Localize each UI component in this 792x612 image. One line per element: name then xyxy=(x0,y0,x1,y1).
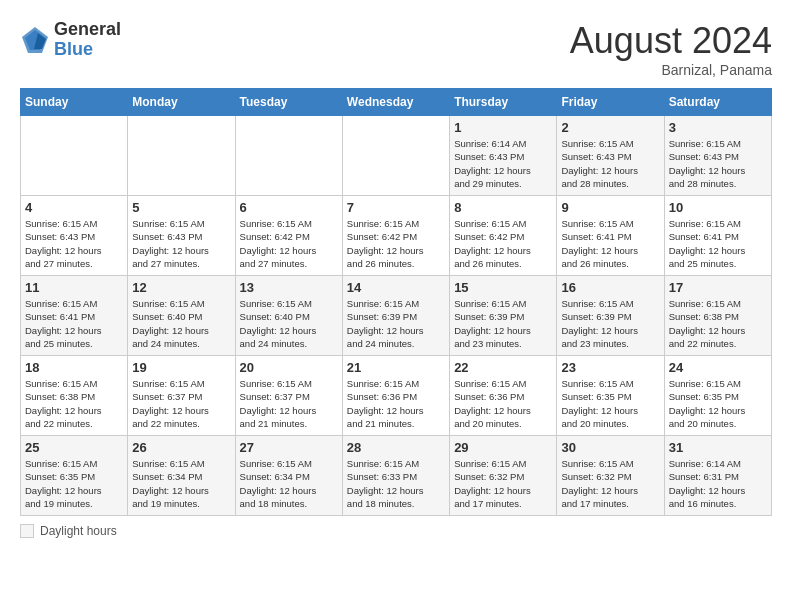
calendar-cell: 23Sunrise: 6:15 AM Sunset: 6:35 PM Dayli… xyxy=(557,356,664,436)
day-number: 29 xyxy=(454,440,552,455)
month-title: August 2024 xyxy=(570,20,772,62)
location: Barnizal, Panama xyxy=(570,62,772,78)
day-number: 31 xyxy=(669,440,767,455)
weekday-header: Wednesday xyxy=(342,89,449,116)
day-number: 23 xyxy=(561,360,659,375)
day-info: Sunrise: 6:15 AM Sunset: 6:43 PM Dayligh… xyxy=(669,137,767,190)
day-info: Sunrise: 6:15 AM Sunset: 6:40 PM Dayligh… xyxy=(132,297,230,350)
day-number: 3 xyxy=(669,120,767,135)
day-number: 11 xyxy=(25,280,123,295)
day-number: 18 xyxy=(25,360,123,375)
day-number: 2 xyxy=(561,120,659,135)
calendar-cell: 9Sunrise: 6:15 AM Sunset: 6:41 PM Daylig… xyxy=(557,196,664,276)
calendar-cell: 4Sunrise: 6:15 AM Sunset: 6:43 PM Daylig… xyxy=(21,196,128,276)
weekday-header: Thursday xyxy=(450,89,557,116)
day-number: 8 xyxy=(454,200,552,215)
daylight-label: Daylight hours xyxy=(40,524,117,538)
calendar-cell: 20Sunrise: 6:15 AM Sunset: 6:37 PM Dayli… xyxy=(235,356,342,436)
day-info: Sunrise: 6:15 AM Sunset: 6:39 PM Dayligh… xyxy=(561,297,659,350)
day-number: 30 xyxy=(561,440,659,455)
day-info: Sunrise: 6:15 AM Sunset: 6:32 PM Dayligh… xyxy=(561,457,659,510)
daylight-box xyxy=(20,524,34,538)
day-info: Sunrise: 6:15 AM Sunset: 6:43 PM Dayligh… xyxy=(25,217,123,270)
day-info: Sunrise: 6:15 AM Sunset: 6:42 PM Dayligh… xyxy=(240,217,338,270)
title-area: August 2024 Barnizal, Panama xyxy=(570,20,772,78)
calendar-cell: 31Sunrise: 6:14 AM Sunset: 6:31 PM Dayli… xyxy=(664,436,771,516)
calendar-week-row: 11Sunrise: 6:15 AM Sunset: 6:41 PM Dayli… xyxy=(21,276,772,356)
day-number: 27 xyxy=(240,440,338,455)
logo-general: General xyxy=(54,20,121,40)
day-number: 9 xyxy=(561,200,659,215)
day-info: Sunrise: 6:15 AM Sunset: 6:41 PM Dayligh… xyxy=(561,217,659,270)
day-info: Sunrise: 6:15 AM Sunset: 6:35 PM Dayligh… xyxy=(561,377,659,430)
weekday-header: Monday xyxy=(128,89,235,116)
calendar-cell xyxy=(128,116,235,196)
day-info: Sunrise: 6:15 AM Sunset: 6:35 PM Dayligh… xyxy=(669,377,767,430)
calendar-cell xyxy=(342,116,449,196)
weekday-header: Saturday xyxy=(664,89,771,116)
weekday-header-row: SundayMondayTuesdayWednesdayThursdayFrid… xyxy=(21,89,772,116)
day-info: Sunrise: 6:15 AM Sunset: 6:39 PM Dayligh… xyxy=(454,297,552,350)
day-number: 20 xyxy=(240,360,338,375)
day-number: 22 xyxy=(454,360,552,375)
weekday-header: Friday xyxy=(557,89,664,116)
calendar-cell: 15Sunrise: 6:15 AM Sunset: 6:39 PM Dayli… xyxy=(450,276,557,356)
calendar-cell: 16Sunrise: 6:15 AM Sunset: 6:39 PM Dayli… xyxy=(557,276,664,356)
calendar-cell: 11Sunrise: 6:15 AM Sunset: 6:41 PM Dayli… xyxy=(21,276,128,356)
logo-text: General Blue xyxy=(54,20,121,60)
day-info: Sunrise: 6:15 AM Sunset: 6:40 PM Dayligh… xyxy=(240,297,338,350)
calendar-table: SundayMondayTuesdayWednesdayThursdayFrid… xyxy=(20,88,772,516)
day-number: 10 xyxy=(669,200,767,215)
day-number: 26 xyxy=(132,440,230,455)
day-info: Sunrise: 6:15 AM Sunset: 6:32 PM Dayligh… xyxy=(454,457,552,510)
calendar-week-row: 25Sunrise: 6:15 AM Sunset: 6:35 PM Dayli… xyxy=(21,436,772,516)
logo-blue: Blue xyxy=(54,40,121,60)
calendar-cell: 26Sunrise: 6:15 AM Sunset: 6:34 PM Dayli… xyxy=(128,436,235,516)
day-info: Sunrise: 6:15 AM Sunset: 6:41 PM Dayligh… xyxy=(669,217,767,270)
footer: Daylight hours xyxy=(20,524,772,538)
calendar-cell: 8Sunrise: 6:15 AM Sunset: 6:42 PM Daylig… xyxy=(450,196,557,276)
calendar-cell: 30Sunrise: 6:15 AM Sunset: 6:32 PM Dayli… xyxy=(557,436,664,516)
calendar-cell: 7Sunrise: 6:15 AM Sunset: 6:42 PM Daylig… xyxy=(342,196,449,276)
day-number: 13 xyxy=(240,280,338,295)
day-info: Sunrise: 6:15 AM Sunset: 6:33 PM Dayligh… xyxy=(347,457,445,510)
calendar-cell: 6Sunrise: 6:15 AM Sunset: 6:42 PM Daylig… xyxy=(235,196,342,276)
logo-icon xyxy=(20,25,50,55)
weekday-header: Sunday xyxy=(21,89,128,116)
day-info: Sunrise: 6:15 AM Sunset: 6:38 PM Dayligh… xyxy=(25,377,123,430)
day-number: 5 xyxy=(132,200,230,215)
day-number: 1 xyxy=(454,120,552,135)
calendar-cell: 2Sunrise: 6:15 AM Sunset: 6:43 PM Daylig… xyxy=(557,116,664,196)
calendar-week-row: 1Sunrise: 6:14 AM Sunset: 6:43 PM Daylig… xyxy=(21,116,772,196)
calendar-cell: 28Sunrise: 6:15 AM Sunset: 6:33 PM Dayli… xyxy=(342,436,449,516)
day-info: Sunrise: 6:15 AM Sunset: 6:35 PM Dayligh… xyxy=(25,457,123,510)
calendar-cell: 12Sunrise: 6:15 AM Sunset: 6:40 PM Dayli… xyxy=(128,276,235,356)
day-number: 4 xyxy=(25,200,123,215)
day-number: 12 xyxy=(132,280,230,295)
calendar-cell: 3Sunrise: 6:15 AM Sunset: 6:43 PM Daylig… xyxy=(664,116,771,196)
day-number: 6 xyxy=(240,200,338,215)
day-info: Sunrise: 6:15 AM Sunset: 6:37 PM Dayligh… xyxy=(240,377,338,430)
calendar-cell: 19Sunrise: 6:15 AM Sunset: 6:37 PM Dayli… xyxy=(128,356,235,436)
day-info: Sunrise: 6:15 AM Sunset: 6:34 PM Dayligh… xyxy=(132,457,230,510)
day-info: Sunrise: 6:15 AM Sunset: 6:42 PM Dayligh… xyxy=(454,217,552,270)
day-number: 28 xyxy=(347,440,445,455)
day-info: Sunrise: 6:14 AM Sunset: 6:43 PM Dayligh… xyxy=(454,137,552,190)
calendar-cell xyxy=(21,116,128,196)
calendar-cell: 18Sunrise: 6:15 AM Sunset: 6:38 PM Dayli… xyxy=(21,356,128,436)
calendar-cell xyxy=(235,116,342,196)
day-number: 19 xyxy=(132,360,230,375)
calendar-cell: 1Sunrise: 6:14 AM Sunset: 6:43 PM Daylig… xyxy=(450,116,557,196)
calendar-cell: 17Sunrise: 6:15 AM Sunset: 6:38 PM Dayli… xyxy=(664,276,771,356)
calendar-cell: 5Sunrise: 6:15 AM Sunset: 6:43 PM Daylig… xyxy=(128,196,235,276)
weekday-header: Tuesday xyxy=(235,89,342,116)
day-info: Sunrise: 6:15 AM Sunset: 6:37 PM Dayligh… xyxy=(132,377,230,430)
calendar-cell: 29Sunrise: 6:15 AM Sunset: 6:32 PM Dayli… xyxy=(450,436,557,516)
day-info: Sunrise: 6:15 AM Sunset: 6:38 PM Dayligh… xyxy=(669,297,767,350)
calendar-week-row: 18Sunrise: 6:15 AM Sunset: 6:38 PM Dayli… xyxy=(21,356,772,436)
day-info: Sunrise: 6:15 AM Sunset: 6:36 PM Dayligh… xyxy=(347,377,445,430)
day-number: 16 xyxy=(561,280,659,295)
day-info: Sunrise: 6:15 AM Sunset: 6:36 PM Dayligh… xyxy=(454,377,552,430)
day-info: Sunrise: 6:15 AM Sunset: 6:43 PM Dayligh… xyxy=(561,137,659,190)
calendar-cell: 27Sunrise: 6:15 AM Sunset: 6:34 PM Dayli… xyxy=(235,436,342,516)
